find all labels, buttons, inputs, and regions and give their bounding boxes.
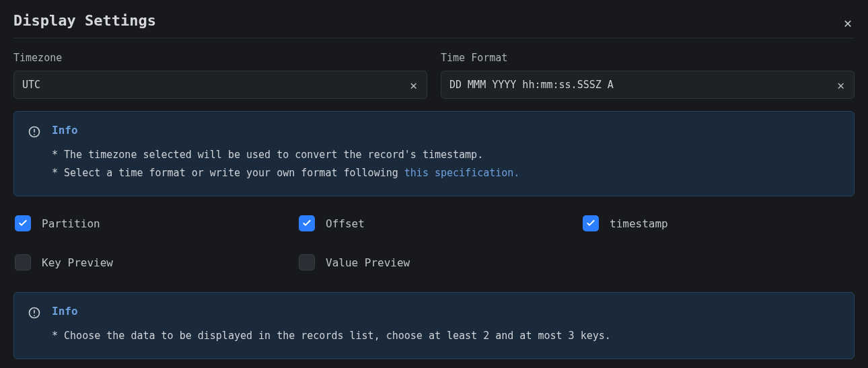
info-heading: Info: [52, 305, 840, 318]
check-icon: [17, 218, 28, 229]
value-preview-label: Value Preview: [326, 256, 410, 269]
page-title: Display Settings: [13, 12, 156, 29]
partition-label: Partition: [42, 217, 100, 230]
key-preview-label: Key Preview: [42, 256, 113, 269]
close-icon: ✕: [844, 15, 852, 31]
time-format-clear-icon[interactable]: ✕: [836, 78, 846, 92]
info-text-span: * Select a time format or write your own…: [52, 167, 404, 179]
header-divider: [13, 38, 855, 38]
info-heading: Info: [52, 124, 840, 137]
svg-point-5: [34, 315, 35, 316]
partition-checkbox[interactable]: [15, 215, 31, 231]
key-preview-checkbox[interactable]: [15, 254, 31, 270]
check-icon: [301, 218, 312, 229]
time-format-select[interactable]: ✕: [441, 71, 855, 99]
info-icon: [28, 125, 41, 139]
info-box-time: Info * The timezone selected will be use…: [13, 111, 855, 196]
offset-label: Offset: [326, 217, 365, 230]
svg-point-2: [34, 134, 35, 135]
timezone-select[interactable]: ✕: [13, 71, 427, 99]
info-icon: [28, 306, 41, 320]
time-format-input[interactable]: [449, 79, 836, 91]
timezone-input[interactable]: [22, 79, 408, 91]
close-button[interactable]: ✕: [844, 12, 855, 30]
check-icon: [585, 218, 596, 229]
timezone-clear-icon[interactable]: ✕: [408, 78, 419, 92]
value-preview-checkbox[interactable]: [299, 254, 315, 270]
info-text-line: * Choose the data to be displayed in the…: [52, 327, 840, 345]
info-text-line: * The timezone selected will be used to …: [52, 146, 840, 164]
info-box-keys: Info * Choose the data to be displayed i…: [13, 292, 855, 359]
timestamp-label: timestamp: [610, 217, 668, 230]
time-format-label: Time Format: [441, 52, 855, 64]
spec-link[interactable]: this specification.: [404, 167, 520, 179]
info-text-line: * Select a time format or write your own…: [52, 164, 840, 182]
offset-checkbox[interactable]: [299, 215, 315, 231]
timezone-label: Timezone: [13, 52, 427, 64]
timestamp-checkbox[interactable]: [583, 215, 599, 231]
